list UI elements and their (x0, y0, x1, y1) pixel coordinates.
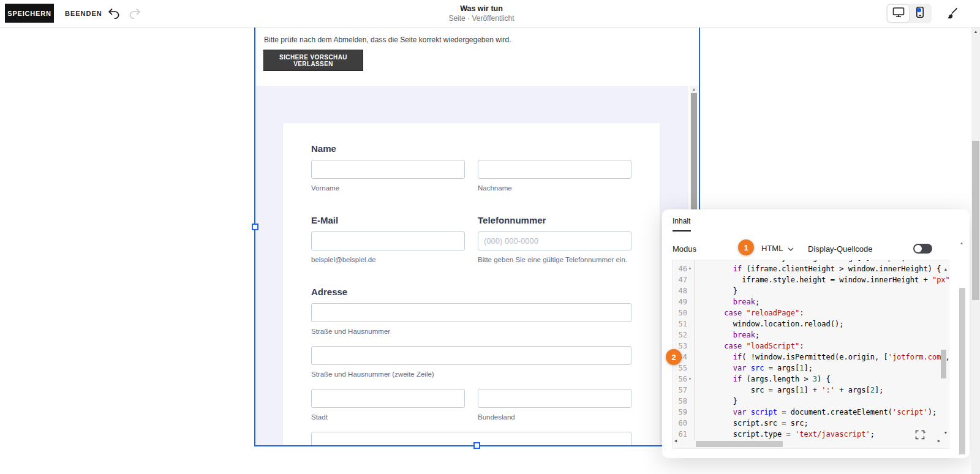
line-number: 48 (673, 285, 687, 296)
code-text: break; (695, 329, 760, 340)
embed-scrollbar-up-icon[interactable]: ▲ (691, 87, 697, 91)
code-line[interactable]: 50 case "reloadPage": (673, 307, 949, 318)
code-line[interactable]: 47 iframe.style.height = window.innerHei… (673, 274, 949, 285)
form-field: E-Mailbeispiel@beispiel.de (311, 215, 465, 263)
content-panel: Inhalt Modus 1 HTML Display-Quellcode ▲ … (662, 209, 970, 458)
code-line[interactable]: 52 break; (673, 329, 949, 340)
field-label: Telefonnummer (478, 215, 631, 225)
mode-label: Modus (673, 244, 696, 254)
code-fold-icon[interactable]: ▾ (687, 374, 694, 385)
field-sublabel: Bundesland (478, 413, 631, 421)
form-text-input[interactable] (478, 389, 631, 408)
code-line[interactable]: 56▾ if (args.length > 3) { (673, 374, 949, 385)
code-line[interactable]: 46▾ if (iframe.clientHeight > window.inn… (673, 263, 949, 274)
panel-scrollbar-up-icon[interactable]: ▲ (958, 241, 965, 245)
form-field: TelefonnummerBitte geben Sie eine gültig… (478, 215, 631, 263)
form-text-input[interactable] (311, 231, 465, 250)
preview-notice-text: Bitte prüfe nach dem Abmelden, dass die … (264, 36, 511, 44)
desktop-icon (892, 7, 905, 20)
redo-button[interactable] (129, 8, 141, 21)
page-title-block: Was wir tun Seite · Veröffentlicht (0, 4, 963, 23)
undo-button[interactable] (108, 8, 120, 21)
code-fold-icon[interactable]: ▾ (687, 263, 694, 274)
line-number-gutter: 58 (673, 396, 695, 407)
page-scrollbar-thumb[interactable] (972, 141, 979, 300)
undo-icon (108, 12, 120, 21)
display-quellcode-toggle[interactable] (913, 244, 932, 254)
code-line[interactable]: 58 } (673, 396, 949, 407)
mode-select[interactable]: HTML (758, 243, 797, 254)
leave-secure-preview-button[interactable]: SICHERE VORSCHAU VERLASSEN (263, 50, 363, 71)
line-number-gutter: 52 (673, 329, 695, 340)
page-canvas: Bitte prüfe nach dem Abmelden, dass die … (256, 28, 699, 445)
editor-hscrollbar-right-icon[interactable]: ▶ (938, 435, 940, 446)
form-fields: NameVornameNachnameE-Mailbeispiel@beispi… (283, 123, 660, 445)
line-number-gutter: 57 (673, 385, 695, 396)
line-number-gutter: 49 (673, 296, 695, 307)
code-text: } (695, 396, 737, 407)
form-text-input[interactable] (311, 432, 631, 445)
form-text-input[interactable] (311, 389, 465, 408)
editor-scrollbar-down-icon[interactable]: ▼ (944, 427, 947, 438)
field-sublabel: Vorname (311, 184, 465, 192)
mobile-preview-button[interactable] (909, 5, 930, 22)
code-line[interactable]: 59 var script = document.createElement('… (673, 407, 949, 418)
code-line[interactable]: 61 script.type = 'text/javascript'; (673, 429, 949, 440)
code-line[interactable]: 55 var src = args[1]; (673, 363, 949, 374)
form-text-input[interactable] (311, 346, 631, 365)
toggle-knob (914, 245, 922, 252)
code-line[interactable]: 57 src = args[1] + ':' + args[2]; (673, 385, 949, 396)
line-number: 47 (673, 274, 687, 285)
form-text-input[interactable] (311, 160, 465, 179)
code-editor[interactable]: 45 iframe.style.height = args[1] + "px";… (672, 260, 949, 449)
line-number: 52 (673, 329, 687, 340)
mobile-icon (916, 6, 924, 21)
code-text: if( !window.isPermitted(e.origin, ['jotf… (695, 352, 949, 363)
site-styles-button[interactable] (946, 7, 958, 21)
tab-inhalt[interactable]: Inhalt (673, 217, 690, 225)
page-status: Seite · Veröffentlicht (0, 14, 963, 23)
line-number: 50 (673, 307, 687, 318)
selection-handle-left[interactable] (252, 224, 258, 230)
exit-button[interactable]: BEENDEN (61, 4, 106, 23)
code-line[interactable]: 51 window.location.reload(); (673, 318, 949, 329)
field-sublabel: beispiel@beispiel.de (311, 256, 465, 263)
form-text-input[interactable] (478, 231, 631, 250)
code-line[interactable]: 53 case "loadScript": (673, 340, 949, 352)
expand-icon (915, 434, 926, 443)
code-line[interactable]: 49 break; (673, 296, 949, 307)
line-number: 56 (673, 374, 687, 385)
page-scrollbar-track[interactable]: ▲ (971, 28, 980, 474)
code-text: iframe.style.height = window.innerHeight… (695, 274, 949, 285)
line-number-gutter: 56▾ (673, 374, 695, 385)
line-number-gutter: 46▾ (673, 263, 695, 274)
code-line[interactable]: 48 } (673, 285, 949, 296)
editor-scrollbar-up-icon[interactable]: ▲ (944, 264, 947, 275)
code-text: script.src = src; (695, 418, 809, 429)
annotation-badge-2: 2 (666, 349, 682, 365)
field-sublabel: Nachname (478, 184, 631, 192)
editor-hscrollbar-left-icon[interactable]: ◀ (674, 435, 677, 446)
panel-scrollbar-thumb[interactable] (959, 288, 965, 454)
line-number: 60 (673, 418, 687, 429)
device-preview-switcher (886, 4, 932, 23)
save-button[interactable]: SPEICHERN (5, 4, 54, 23)
redo-icon (129, 12, 141, 21)
code-line[interactable]: 60 script.src = src; (673, 418, 949, 429)
desktop-preview-button[interactable] (888, 5, 909, 22)
code-text: var script = document.createElement('scr… (695, 407, 937, 418)
page-scrollbar-up-icon[interactable]: ▲ (971, 29, 980, 34)
code-lines: 45 iframe.style.height = args[1] + "px";… (673, 260, 949, 440)
code-line[interactable]: 54 if( !window.isPermitted(e.origin, ['j… (673, 352, 949, 363)
selection-handle-bottom[interactable] (473, 442, 480, 449)
editor-expand-button[interactable] (915, 430, 926, 441)
editor-hscrollbar-thumb[interactable] (696, 441, 783, 447)
annotation-badge-1: 1 (738, 239, 754, 255)
form-text-input[interactable] (478, 160, 631, 179)
field-sublabel: Straße und Hausnummer (311, 328, 631, 335)
line-number: 49 (673, 296, 687, 307)
editor-scrollbar-thumb[interactable] (941, 350, 946, 378)
code-text: case "reloadPage": (695, 307, 804, 318)
form-section: NameVornameNachname (311, 143, 631, 192)
form-text-input[interactable] (311, 303, 631, 322)
